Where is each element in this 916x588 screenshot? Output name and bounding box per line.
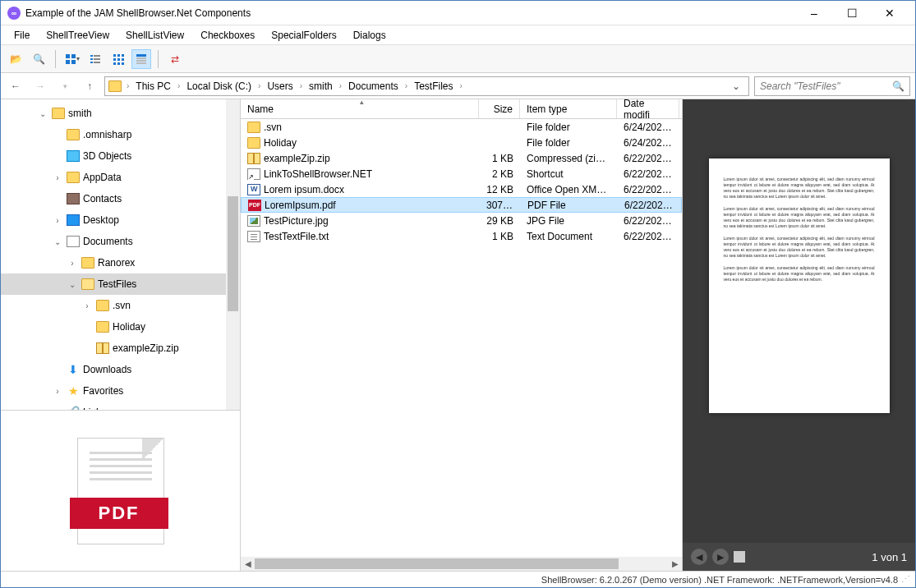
search-input[interactable]: Search "TestFiles" 🔍: [754, 76, 910, 96]
file-row[interactable]: exampleZip.zip1 KBCompressed (zipp...6/2…: [241, 150, 682, 166]
tree-item--svn[interactable]: ›.svn: [1, 295, 240, 316]
folder-icon: [247, 137, 260, 149]
svg-rect-19: [136, 54, 146, 57]
expand-icon[interactable]: ›: [52, 216, 63, 225]
crumb-0[interactable]: This PC: [131, 77, 176, 95]
menu-dialogs[interactable]: Dialogs: [347, 27, 393, 44]
next-page-button[interactable]: ▶: [712, 549, 729, 565]
expand-icon[interactable]: ›: [52, 173, 63, 182]
scroll-right[interactable]: ▶: [668, 557, 682, 571]
scrollbar-thumb[interactable]: [228, 196, 238, 311]
svg-rect-13: [113, 58, 116, 61]
file-date: 6/22/2020 5: [617, 168, 679, 180]
tree-item-label: TestFiles: [98, 278, 136, 290]
chevron-icon[interactable]: ›: [403, 81, 409, 90]
tree-item-documents[interactable]: ⌄Documents: [1, 231, 240, 252]
file-row[interactable]: Lorem ipsum.docx12 KBOffice Open XML ...…: [241, 181, 682, 197]
expand-icon[interactable]: ›: [52, 387, 63, 396]
scroll-left[interactable]: ◀: [241, 557, 255, 571]
up-button[interactable]: ↑: [80, 76, 99, 96]
folder-tree[interactable]: ⌄smith.omnisharp3D Objects›AppDataContac…: [1, 99, 240, 411]
view-list-button[interactable]: [85, 49, 105, 69]
tree-item-3d-objects[interactable]: 3D Objects: [1, 145, 240, 167]
crumb-1[interactable]: Local Disk (C:): [182, 77, 256, 95]
expand-icon[interactable]: ›: [67, 259, 78, 268]
menu-specialfolders[interactable]: SpecialFolders: [265, 27, 343, 44]
file-type: File folder: [520, 122, 617, 133]
column-size[interactable]: Size: [479, 99, 520, 118]
file-date: 6/22/2020 5: [617, 215, 679, 227]
file-row[interactable]: PDFLoremIpsum.pdf307 KBPDF File6/22/2020…: [241, 197, 682, 213]
tree-item-holiday[interactable]: Holiday: [1, 316, 240, 338]
horizontal-scrollbar[interactable]: ◀ ▶: [241, 557, 682, 571]
crumb-3[interactable]: smith: [304, 77, 338, 95]
tree-item-examplezip-zip[interactable]: exampleZip.zip: [1, 338, 240, 359]
forward-button[interactable]: →: [30, 76, 50, 96]
maximize-button[interactable]: ☐: [833, 1, 871, 25]
view-details-button[interactable]: [131, 49, 151, 69]
menu-shelltreeview[interactable]: ShellTreeView: [39, 27, 116, 44]
tree-item-label: 3D Objects: [83, 150, 131, 162]
txt-icon: [247, 231, 260, 242]
tree-item-ranorex[interactable]: ›Ranorex: [1, 252, 240, 273]
view-large-icons-button[interactable]: ▾: [62, 49, 82, 69]
column-name[interactable]: Name▴: [241, 99, 479, 118]
tree-item-favorites[interactable]: ›★Favorites: [1, 380, 240, 402]
expand-icon[interactable]: ⌄: [37, 109, 48, 118]
resize-grip[interactable]: ⋰: [901, 574, 909, 585]
file-row[interactable]: LinkToShellBrowser.NET2 KBShortcut6/22/2…: [241, 166, 682, 181]
tree-item-testfiles[interactable]: ⌄TestFiles: [1, 273, 240, 295]
expand-icon[interactable]: ⌄: [52, 237, 63, 246]
expand-icon[interactable]: ›: [81, 301, 93, 310]
tree-item-label: Documents: [83, 236, 133, 247]
breadcrumb-dropdown[interactable]: ⌄: [727, 80, 745, 92]
menu-checkboxes[interactable]: Checkboxes: [194, 27, 261, 44]
svg-rect-22: [136, 62, 146, 64]
tree-item--omnisharp[interactable]: .omnisharp: [1, 124, 240, 145]
crumb-2[interactable]: Users: [262, 77, 297, 95]
chevron-icon[interactable]: ›: [256, 81, 262, 90]
tree-item-appdata[interactable]: ›AppData: [1, 167, 240, 188]
3d-icon: [67, 150, 80, 162]
tree-scrollbar[interactable]: [226, 99, 240, 410]
column-type[interactable]: Item type: [520, 99, 617, 118]
chevron-icon[interactable]: ›: [298, 81, 304, 90]
column-date[interactable]: Date modifi: [617, 99, 679, 118]
menu-shelllistview[interactable]: ShellListView: [119, 27, 191, 44]
filter-button[interactable]: ⇄: [165, 49, 185, 69]
minimize-button[interactable]: –: [795, 1, 833, 25]
tree-item-smith[interactable]: ⌄smith: [1, 103, 240, 124]
file-name: LoremIpsum.pdf: [265, 200, 336, 211]
tree-item-desktop[interactable]: ›Desktop: [1, 209, 240, 231]
menu-file[interactable]: File: [7, 27, 36, 44]
crumb-5[interactable]: TestFiles: [409, 77, 458, 95]
chevron-icon[interactable]: ›: [125, 81, 131, 90]
file-row[interactable]: HolidayFile folder6/24/2020 1: [241, 135, 682, 150]
chevron-icon[interactable]: ›: [338, 81, 343, 90]
scrollbar-thumb[interactable]: [255, 558, 619, 569]
pdf-icon: PDF: [248, 200, 261, 211]
fit-page-button[interactable]: [734, 551, 745, 563]
file-type: Compressed (zipp...: [520, 153, 617, 164]
file-name: TestPicture.jpg: [264, 215, 329, 227]
file-row[interactable]: .svnFile folder6/24/2020 1: [241, 119, 682, 135]
file-list[interactable]: .svnFile folder6/24/2020 1HolidayFile fo…: [241, 119, 682, 557]
prev-page-button[interactable]: ◀: [691, 549, 707, 565]
history-dropdown[interactable]: ▾: [55, 76, 75, 96]
tree-item-contacts[interactable]: Contacts: [1, 188, 240, 209]
titlebar: ∞ Example of the JAM ShellBrowser.Net Co…: [1, 1, 915, 25]
back-button[interactable]: ←: [6, 76, 25, 96]
breadcrumb[interactable]: › This PC›Local Disk (C:)›Users›smith›Do…: [104, 76, 749, 96]
crumb-4[interactable]: Documents: [343, 77, 403, 95]
close-button[interactable]: ✕: [871, 1, 909, 25]
expand-icon[interactable]: ⌄: [67, 280, 78, 289]
open-folder-button[interactable]: 📂: [6, 49, 25, 69]
view-small-icons-button[interactable]: [108, 49, 128, 69]
search-button[interactable]: 🔍: [29, 49, 48, 69]
tree-item-downloads[interactable]: ⬇Downloads: [1, 359, 240, 380]
file-row[interactable]: TestPicture.jpg29 KBJPG File6/22/2020 5: [241, 213, 682, 228]
chevron-icon[interactable]: ›: [458, 81, 464, 90]
chevron-icon[interactable]: ›: [176, 81, 182, 90]
tree-item-links[interactable]: 🔗Links: [1, 402, 240, 411]
file-row[interactable]: TestTextFile.txt1 KBText Document6/22/20…: [241, 228, 682, 244]
